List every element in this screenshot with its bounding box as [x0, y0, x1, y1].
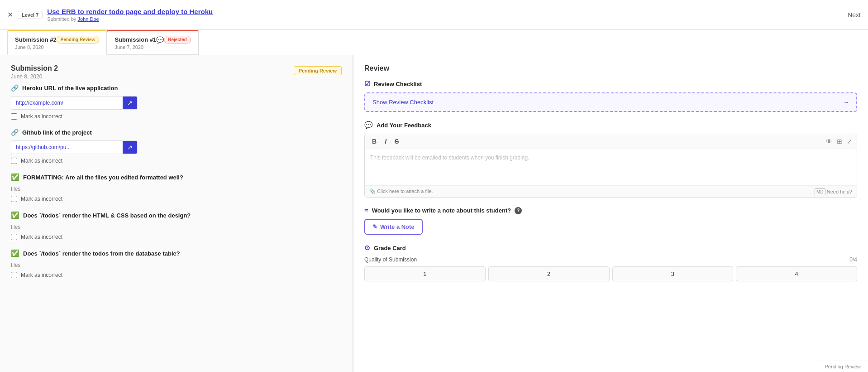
mark-incorrect-label-5[interactable]: Mark as incorrect — [21, 272, 62, 278]
write-note-label: Write a Note — [380, 223, 415, 230]
tab-date: June 7, 2020 — [114, 44, 191, 50]
submission-tab-1[interactable]: Submission #1 💬 Rejected June 7, 2020 — [107, 30, 198, 55]
top-bar-left: ✕ Level 7 Use ERB to render todo page an… — [7, 8, 213, 22]
columns-icon[interactable]: ⊞ — [837, 138, 842, 145]
preview-icon[interactable]: 👁 — [826, 138, 832, 145]
review-title: Review — [364, 64, 857, 72]
review-checklist-label: Review Checklist — [374, 81, 422, 87]
feedback-editor: B I S 👁 ⊞ ⤢ This feedback will be emaile… — [364, 134, 857, 198]
author-link[interactable]: John Doe — [78, 16, 99, 22]
next-button[interactable]: Next — [848, 11, 861, 19]
grade-option-2[interactable]: 2 — [488, 266, 610, 281]
feedback-textarea[interactable]: This feedback will be emailed to student… — [365, 149, 857, 185]
expand-icon[interactable]: ⤢ — [847, 138, 852, 145]
tab-number: Submission #1 — [114, 36, 156, 43]
help-label[interactable]: MD Need help? — [815, 189, 852, 194]
mark-incorrect-checkbox-5[interactable] — [11, 272, 17, 278]
mark-incorrect-checkbox-1[interactable] — [11, 113, 17, 120]
submission-heading: Submission 2 — [11, 64, 342, 72]
heroku-url-section: 🔗 Heroku URL of the live application ↗ M… — [11, 84, 342, 120]
mark-incorrect-row-5: Mark as incorrect — [11, 272, 342, 278]
mark-incorrect-row-4: Mark as incorrect — [11, 234, 342, 240]
feedback-label: Add Your Feedback — [377, 122, 431, 129]
chat-icon: 💬 — [156, 36, 164, 43]
formatting-label: FORMATTING: Are all the files you edited… — [23, 174, 183, 181]
heroku-url-box: ↗ — [11, 96, 138, 110]
github-external-link[interactable]: ↗ — [123, 141, 137, 154]
mark-incorrect-checkbox-4[interactable] — [11, 234, 17, 240]
italic-button[interactable]: I — [382, 137, 389, 146]
link-icon: 🔗 — [11, 84, 19, 92]
markdown-icon: MD — [815, 188, 825, 195]
pending-badge-main: Pending Review — [294, 66, 342, 75]
write-note-icon: ✎ — [372, 223, 377, 230]
right-panel: Review ☑ Review Checklist Show Review Ch… — [353, 55, 868, 372]
heroku-url-label: Heroku URL of the live application — [22, 85, 118, 92]
todos-render-label: Does `/todos` render the HTML & CSS base… — [23, 212, 191, 219]
attach-label[interactable]: 📎 Click here to attach a file. — [369, 188, 433, 194]
github-url-input[interactable] — [11, 141, 123, 153]
grade-option-3[interactable]: 3 — [612, 266, 734, 281]
check-circle-icon-5: ✅ — [11, 249, 19, 257]
tab-badge-pending: Pending Review — [57, 36, 100, 43]
mark-incorrect-row-1: Mark as incorrect — [11, 113, 342, 120]
submission-tabs: Submission #2 Pending Review June 8, 202… — [0, 30, 868, 55]
todos-db-label: Does `/todos` render the todos from the … — [23, 250, 180, 257]
feedback-toolbar: B I S 👁 ⊞ ⤢ — [365, 134, 857, 149]
todos-render-section: ✅ Does `/todos` render the HTML & CSS ba… — [11, 211, 342, 240]
check-circle-icon-4: ✅ — [11, 211, 19, 219]
files-label-4: files — [11, 224, 342, 230]
github-url-label: Github link of the project — [22, 129, 92, 136]
task-info: Use ERB to render todo page and deploy t… — [47, 8, 213, 22]
check-circle-icon-3: ✅ — [11, 173, 19, 181]
grade-icon: ⊙ — [364, 244, 370, 252]
grade-card-label: Grade Card — [374, 245, 406, 251]
close-icon[interactable]: ✕ — [7, 10, 13, 19]
mark-incorrect-checkbox-2[interactable] — [11, 158, 17, 164]
bold-button[interactable]: B — [369, 137, 379, 146]
left-panel: Submission 2 June 8, 2020 Pending Review… — [0, 55, 353, 372]
submitted-by: Submitted by John Doe — [47, 16, 213, 22]
mark-incorrect-checkbox-3[interactable] — [11, 196, 17, 202]
show-checklist-button[interactable]: Show Review Checklist → — [364, 92, 857, 112]
note-section-icon: ≡ — [364, 207, 368, 214]
checklist-section-icon: ☑ — [364, 80, 370, 88]
files-label-5: files — [11, 262, 342, 268]
tab-number: Submission #2 — [15, 36, 57, 43]
mark-incorrect-row-2: Mark as incorrect — [11, 158, 342, 164]
heroku-external-link[interactable]: ↗ — [123, 97, 137, 109]
tab-date: June 8, 2020 — [15, 44, 99, 50]
task-title[interactable]: Use ERB to render todo page and deploy t… — [47, 8, 213, 15]
quality-header: Quality of Submission 0/4 — [364, 256, 857, 263]
feedback-footer: 📎 Click here to attach a file. MD Need h… — [365, 185, 857, 197]
mark-incorrect-label-3[interactable]: Mark as incorrect — [21, 196, 62, 202]
mark-incorrect-row-3: Mark as incorrect — [11, 196, 342, 202]
github-url-section: 🔗 Github link of the project ↗ Mark as i… — [11, 129, 342, 164]
formatting-section: ✅ FORMATTING: Are all the files you edit… — [11, 173, 342, 202]
strikethrough-button[interactable]: S — [392, 137, 401, 146]
show-checklist-text: Show Review Checklist — [372, 99, 434, 106]
note-label: Would you like to write a note about thi… — [372, 207, 511, 214]
main-content: Submission 2 June 8, 2020 Pending Review… — [0, 55, 868, 372]
link-icon-2: 🔗 — [11, 129, 19, 136]
help-question-icon: ? — [515, 207, 522, 214]
grade-options: 1 2 3 4 — [364, 266, 857, 281]
status-bar: Pending Review — [818, 361, 868, 372]
feedback-section: 💬 Add Your Feedback B I S 👁 ⊞ ⤢ Th — [364, 121, 857, 198]
quality-label: Quality of Submission — [364, 256, 417, 263]
write-note-button[interactable]: ✎ Write a Note — [364, 219, 423, 235]
quality-score: 0/4 — [849, 256, 857, 263]
files-label-3: files — [11, 186, 342, 192]
grade-option-4[interactable]: 4 — [736, 266, 857, 281]
level-badge: Level 7 — [18, 11, 43, 19]
submission-tab-2[interactable]: Submission #2 Pending Review June 8, 202… — [7, 30, 107, 55]
mark-incorrect-label-4[interactable]: Mark as incorrect — [21, 234, 62, 240]
grade-option-1[interactable]: 1 — [364, 266, 486, 281]
todos-db-section: ✅ Does `/todos` render the todos from th… — [11, 249, 342, 278]
review-checklist-section: ☑ Review Checklist Show Review Checklist… — [364, 80, 857, 112]
mark-incorrect-label-1[interactable]: Mark as incorrect — [21, 113, 62, 120]
heroku-url-input[interactable] — [11, 97, 123, 109]
top-bar: ✕ Level 7 Use ERB to render todo page an… — [0, 0, 868, 30]
mark-incorrect-label-2[interactable]: Mark as incorrect — [21, 158, 62, 164]
feedback-section-icon: 💬 — [364, 121, 373, 129]
